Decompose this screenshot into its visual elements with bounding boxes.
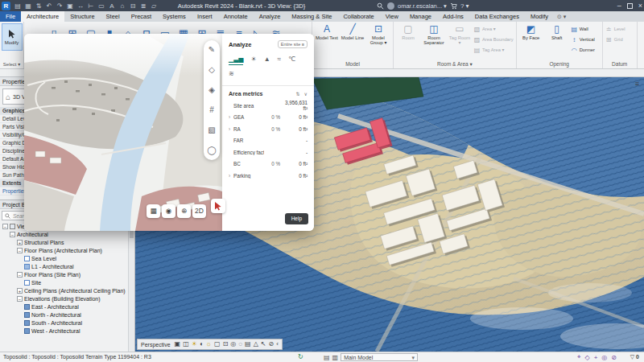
set-button[interactable]: ▦Set ▾ [640, 23, 644, 40]
tree-item-east-architectural[interactable]: East - Architectural [0, 302, 134, 311]
panel-label-model[interactable]: Model [312, 60, 393, 68]
tab-data-exchanges[interactable]: Data Exchanges [469, 11, 525, 22]
reveal-constraints-icon[interactable]: ⊘ [269, 339, 275, 349]
select-cursor-button[interactable] [211, 199, 225, 213]
panel-label-room-area[interactable]: Room & Area ▾ [394, 60, 516, 68]
tab-architecture[interactable]: Architecture [21, 11, 64, 22]
tab-massing-site[interactable]: Massing & Site [286, 11, 337, 22]
temporary-view-properties-icon[interactable]: ▤ [245, 339, 251, 349]
wall-button[interactable]: ▤Wall [571, 24, 600, 34]
visual-style-icon[interactable]: ◫ [183, 339, 189, 349]
volume-icon[interactable]: ▧ [208, 126, 215, 134]
help-menu[interactable]: ? ▾ [460, 2, 469, 10]
filter-icon[interactable]: ▽ 0 [630, 352, 639, 362]
tree-item-elevations-building-elevation[interactable]: −Elevations (Building Elevation) [0, 294, 134, 302]
wind-icon[interactable]: ≋ [229, 70, 234, 79]
visibility-button[interactable]: ◉ [162, 204, 175, 218]
tree-item-north-architectural[interactable]: North - Architectural [0, 311, 134, 319]
thin-lines-icon[interactable]: ≣ [138, 1, 148, 11]
collapse-icon[interactable]: ‹ [276, 339, 279, 349]
print-icon[interactable]: ▣ [65, 1, 75, 11]
section-icon[interactable]: ⊟ [128, 1, 138, 11]
tab-systems[interactable]: Systems [157, 11, 192, 22]
metric-row-parking[interactable]: ›Parking0 ft² [229, 170, 308, 182]
status-sync-icon[interactable]: ↻ [298, 352, 303, 362]
tab-steel[interactable]: Steel [101, 11, 126, 22]
tab-collaborate[interactable]: Collaborate [337, 11, 379, 22]
select-pinned-icon[interactable]: + [594, 354, 598, 361]
open-icon[interactable]: ▤ [13, 1, 23, 11]
minimize-button[interactable]: – [617, 0, 621, 11]
layers-button[interactable]: ▦ [147, 204, 160, 218]
zoom-button[interactable]: ⊕ [177, 204, 191, 218]
design-options-select[interactable]: Main Model▾ [341, 353, 418, 361]
tree-item-site[interactable]: Site [0, 278, 134, 286]
avatar[interactable] [387, 2, 394, 10]
select-links-icon[interactable]: ⌖ [577, 353, 581, 361]
undo-icon[interactable]: ↶ [44, 1, 54, 11]
lighting-icon[interactable]: ☼ [206, 339, 212, 349]
terrain-icon[interactable]: ▲ [264, 56, 270, 65]
cart-icon[interactable] [450, 2, 457, 10]
temperature-icon[interactable]: ℃ [288, 56, 295, 65]
maximize-button[interactable] [627, 3, 633, 9]
2d-toggle-button[interactable]: 2D [192, 204, 206, 218]
drag-on-selection-icon[interactable]: ⊘ [611, 354, 617, 361]
help-button[interactable]: Help [285, 213, 308, 224]
tab-insert[interactable]: Insert [192, 11, 218, 22]
tree-item-l1-architectural[interactable]: L1 - Architectural [0, 262, 134, 270]
panel-label-opening[interactable]: Opening [517, 60, 602, 68]
panel-label-select[interactable]: Select ▾ [3, 60, 20, 68]
tree-item-floor-plans-site-plan[interactable]: −Floor Plans (Site Plan) [0, 270, 134, 278]
revit-logo-icon[interactable]: R [2, 2, 10, 10]
panel-label-datum[interactable]: Datum [603, 60, 637, 68]
tag-by-category-icon[interactable]: ▭ [97, 1, 106, 11]
tree-item-floor-plans-architectural-plan[interactable]: −Floor Plans (Architectural Plan) [0, 246, 134, 254]
temporary-hide-isolate-icon[interactable]: ◎ [230, 339, 236, 349]
scope-selector[interactable]: Entire site ≡ [278, 40, 308, 48]
dormer-button[interactable]: ◠Dormer [571, 45, 600, 55]
model-text-button[interactable]: AModel Text [315, 23, 339, 40]
expand-icon[interactable]: + [17, 240, 23, 245]
tree-item-structural-plans[interactable]: +Structural Plans [0, 238, 134, 246]
collapse-icon[interactable]: − [17, 296, 23, 302]
collapse-icon[interactable]: − [10, 232, 15, 237]
perspective-label[interactable]: Perspective [141, 342, 171, 348]
vertex-edit-icon[interactable]: ◈ [208, 86, 215, 94]
metrics-sort-icon[interactable]: ⇅ [296, 91, 300, 97]
shaft-button[interactable]: ▯Shaft [545, 23, 569, 40]
sync-icon[interactable]: ⇅ [34, 1, 43, 11]
panel-label-work-plane[interactable]: Work Plane [638, 60, 644, 68]
tab-add-ins[interactable]: Add-Ins [437, 11, 469, 22]
collapse-icon[interactable]: − [17, 248, 23, 253]
search-icon[interactable] [377, 2, 384, 10]
metric-row-efficiency-factor[interactable]: Efficiency factor- [229, 146, 308, 158]
model-group-button[interactable]: ⊡Model Group ▾ [366, 23, 390, 46]
signed-in-user[interactable]: omar.r.escalan... ▾ [398, 2, 447, 10]
tree-item-south-architectural[interactable]: South - Architectural [0, 319, 134, 327]
measure-icon[interactable]: ↔ [76, 1, 85, 11]
tab-view[interactable]: View [380, 11, 404, 22]
tree-item-sea-level[interactable]: Sea Level [0, 254, 134, 262]
tab-manage[interactable]: Manage [404, 11, 437, 22]
tree-item-ceiling-plans-architectural-ceiling-plan[interactable]: +Ceiling Plans (Architectural Ceiling Pl… [0, 286, 134, 294]
expand-icon[interactable]: + [17, 288, 23, 294]
crop-view-icon[interactable]: ▢ [214, 339, 221, 349]
forma-map-view[interactable] [24, 34, 222, 231]
highlight-displacement-icon[interactable]: ↖ [261, 339, 266, 349]
collapse-icon[interactable]: − [2, 224, 8, 229]
navigation-bar-handle[interactable]: ≡ [635, 80, 639, 88]
tab-precast[interactable]: Precast [126, 11, 157, 22]
show-analytical-model-icon[interactable]: △ [254, 339, 258, 349]
noise-icon[interactable]: ≈ [278, 56, 281, 65]
sun-hours-icon[interactable]: ☀ [250, 56, 256, 65]
save-icon[interactable]: ▦ [23, 1, 33, 11]
area-metrics-icon[interactable]: ▁▃▅ [229, 56, 243, 65]
redo-icon[interactable]: ↷ [55, 1, 64, 11]
sun-path-icon[interactable]: ☀ [192, 339, 197, 349]
metric-row-bc[interactable]: BC0 %0 ft² [229, 158, 308, 171]
tree-item-architectural[interactable]: −Architectural [0, 230, 134, 238]
tab-file[interactable]: File [0, 11, 21, 22]
aligned-dimension-icon[interactable]: ⊢ [86, 1, 96, 11]
render-icon[interactable]: ▣ [175, 339, 181, 349]
